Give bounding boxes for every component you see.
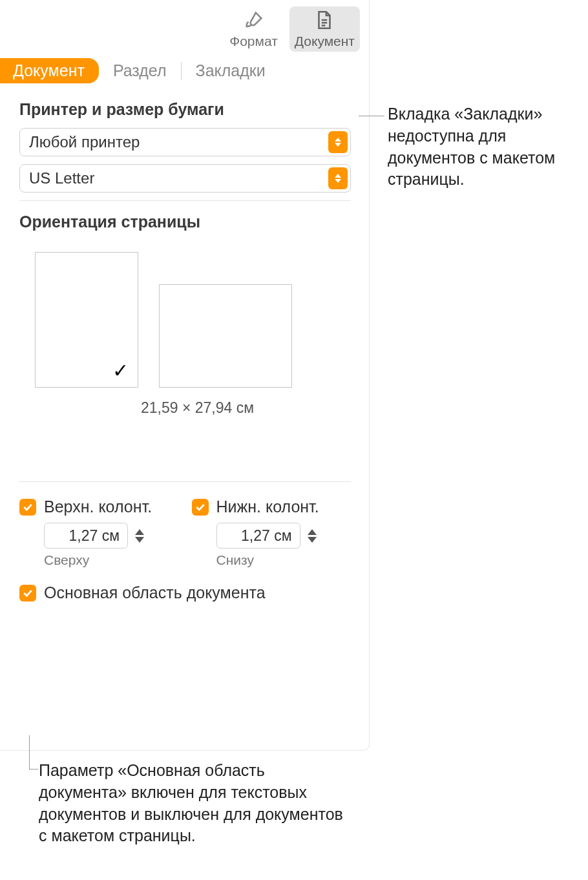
printer-value: Любой принтер <box>29 133 140 151</box>
body-checkbox-row: Основная область документа <box>19 583 351 602</box>
page-dimensions: 21,59 × 27,94 см <box>0 399 369 417</box>
header-checkbox[interactable] <box>19 499 36 516</box>
callout-body: Параметр «Основная область документа» вк… <box>39 760 349 847</box>
tab-section[interactable]: Раздел <box>99 58 181 83</box>
check-icon <box>194 501 206 513</box>
stepper-arrows <box>304 529 320 543</box>
callout-line <box>29 769 38 770</box>
printer-paper-section: Принтер и размер бумаги Любой принтер US… <box>0 89 369 193</box>
orientation-portrait[interactable]: ✓ <box>35 252 138 388</box>
header-checkbox-row: Верхн. колонт. <box>19 498 179 516</box>
paper-size-select[interactable]: US Letter <box>19 164 351 193</box>
header-label: Верхн. колонт. <box>44 498 152 516</box>
format-label: Формат <box>229 34 278 49</box>
body-checkbox[interactable] <box>19 585 36 602</box>
footer-label: Нижн. колонт. <box>216 498 319 516</box>
document-button[interactable]: Документ <box>289 6 360 52</box>
footer-sublabel: Снизу <box>216 552 352 568</box>
document-inspector-panel: Формат Документ Документ Раздел Закладки… <box>0 0 370 751</box>
inspector-tabs: Документ Раздел Закладки <box>0 56 369 89</box>
checkmark-icon: ✓ <box>112 359 129 382</box>
footer-column: Нижн. колонт. Снизу <box>192 498 352 568</box>
stepper-arrows <box>132 529 147 543</box>
format-button[interactable]: Формат <box>224 6 283 52</box>
header-footer-section: Верхн. колонт. Сверху Нижн. колонт. <box>0 498 369 568</box>
stepper-down-icon[interactable] <box>308 537 317 543</box>
paper-value: US Letter <box>29 169 94 187</box>
callout-line <box>359 116 384 116</box>
callout-bookmarks: Вкладка «Закладки» недоступна для докуме… <box>388 103 582 191</box>
document-icon <box>313 9 335 31</box>
footer-margin-stepper <box>216 523 326 549</box>
orientation-title: Ориентация страницы <box>19 213 351 231</box>
divider <box>19 481 351 482</box>
orientation-options: ✓ <box>0 240 369 390</box>
document-body-section: Основная область документа <box>0 568 369 602</box>
footer-checkbox[interactable] <box>192 499 209 516</box>
orientation-section: Ориентация страницы <box>0 201 369 231</box>
orientation-landscape[interactable] <box>159 284 292 388</box>
header-margin-input[interactable] <box>44 523 128 549</box>
footer-margin-input[interactable] <box>216 523 300 549</box>
paintbrush-icon <box>243 9 265 31</box>
body-label: Основная область документа <box>44 583 266 602</box>
header-margin-stepper <box>44 523 154 549</box>
stepper-up-icon[interactable] <box>308 529 317 535</box>
document-label: Документ <box>295 34 355 49</box>
tab-document[interactable]: Документ <box>0 58 99 83</box>
header-column: Верхн. колонт. Сверху <box>19 498 179 568</box>
toolbar: Формат Документ <box>0 0 369 56</box>
printer-section-title: Принтер и размер бумаги <box>19 100 351 119</box>
stepper-down-icon[interactable] <box>135 537 144 543</box>
check-icon <box>22 587 34 599</box>
stepper-up-icon[interactable] <box>135 529 144 535</box>
updown-icon <box>328 167 348 189</box>
printer-select[interactable]: Любой принтер <box>19 128 351 156</box>
tab-bookmarks[interactable]: Закладки <box>182 58 280 83</box>
check-icon <box>22 501 34 513</box>
footer-checkbox-row: Нижн. колонт. <box>192 498 352 516</box>
updown-icon <box>328 131 348 153</box>
header-sublabel: Сверху <box>44 552 179 568</box>
callout-line <box>29 735 30 769</box>
